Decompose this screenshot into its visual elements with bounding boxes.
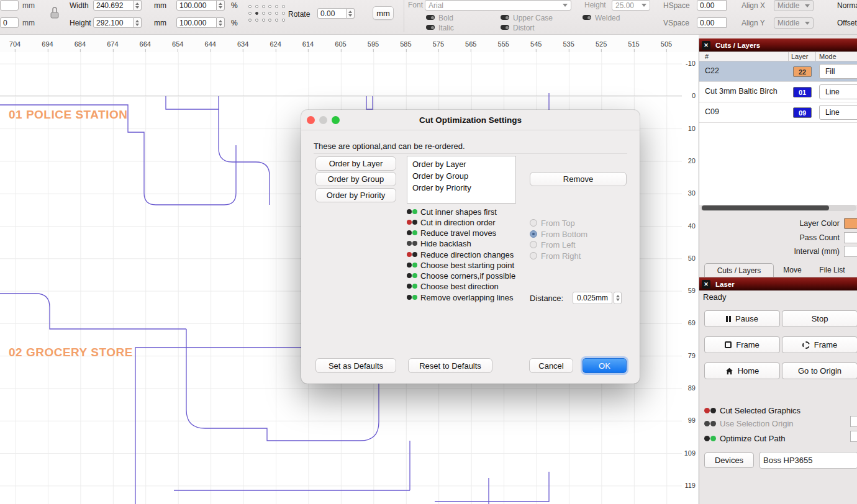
height-field[interactable]: 292.100	[93, 17, 142, 28]
option-toggle[interactable]	[407, 263, 417, 268]
option-toggle[interactable]	[407, 230, 417, 235]
tab-move[interactable]: Move	[776, 263, 809, 277]
ok-button[interactable]: OK	[583, 358, 627, 373]
stop-button[interactable]: Stop	[782, 310, 857, 327]
layer-color-swatch[interactable]: 09	[793, 107, 812, 118]
drawing-path[interactable]	[219, 109, 270, 205]
frame-button[interactable]: Frame	[704, 336, 780, 353]
option-choose-best-starting-point[interactable]: Choose best starting point	[407, 260, 514, 270]
align-y-combo[interactable]: Middle	[774, 17, 814, 29]
anchor-point-selector-2[interactable]	[268, 5, 285, 22]
radio-icon[interactable]	[530, 230, 537, 238]
devices-button[interactable]: Devices	[704, 452, 754, 468]
distance-stepper[interactable]	[614, 292, 622, 304]
ordering-list[interactable]: Order by Layer Order by Group Order by P…	[407, 156, 516, 204]
rotate-field[interactable]: 0.00	[317, 8, 355, 19]
font-height-combo[interactable]: 25.00	[612, 0, 650, 11]
option-reduce-travel-moves[interactable]: Reduce travel moves	[407, 228, 496, 238]
lock-aspect-icon[interactable]	[50, 5, 60, 23]
layer-color-chip[interactable]	[844, 218, 857, 229]
layer-color-swatch[interactable]: 22	[793, 66, 812, 77]
width-stepper[interactable]	[134, 0, 142, 11]
radio-icon[interactable]	[530, 219, 537, 227]
y-position-field[interactable]: 0	[0, 17, 19, 28]
scrollbar-thumb[interactable]	[702, 205, 829, 210]
width-percent-field[interactable]: 100.000	[176, 0, 225, 11]
radio-icon[interactable]	[530, 252, 537, 259]
option-remove-overlapping-lines[interactable]: Remove overlapping lines	[407, 292, 514, 302]
align-x-combo[interactable]: Middle	[774, 0, 814, 11]
tab-cuts-layers[interactable]: Cuts / Layers	[704, 263, 774, 277]
option-choose-corners[interactable]: Choose corners,if possible	[407, 271, 515, 281]
tab-file-list[interactable]: File List	[811, 263, 853, 277]
optimize-field[interactable]	[850, 431, 857, 442]
cancel-button[interactable]: Cancel	[529, 358, 573, 373]
radio-from-left[interactable]: From Left	[530, 240, 576, 250]
drawing-path[interactable]	[366, 96, 373, 109]
italic-toggle[interactable]	[426, 25, 435, 30]
option-toggle[interactable]	[407, 295, 417, 300]
reset-to-defaults-button[interactable]: Reset to Defaults	[408, 358, 492, 373]
close-icon[interactable]: ✕	[702, 41, 710, 50]
option-toggle[interactable]	[407, 209, 417, 214]
font-combo[interactable]: Arial	[425, 0, 571, 11]
option-cut-inner-shapes-first[interactable]: Cut inner shapes first	[407, 207, 497, 217]
height-percent-stepper[interactable]	[217, 17, 225, 28]
welded-toggle[interactable]	[583, 15, 591, 20]
width-percent-stepper[interactable]	[217, 0, 225, 11]
option-cut-in-direction-order[interactable]: Cut in direction order	[407, 217, 496, 227]
x-position-field[interactable]	[0, 0, 19, 11]
pause-button[interactable]: Pause	[704, 310, 780, 327]
device-combo[interactable]: Boss HP3655	[760, 452, 857, 469]
pass-count-field[interactable]	[844, 232, 857, 243]
option-reduce-direction-changes[interactable]: Reduce direction changes	[407, 250, 514, 259]
list-item[interactable]: Order by Layer	[407, 158, 515, 170]
width-field[interactable]: 240.692	[93, 0, 142, 11]
option-toggle[interactable]	[407, 252, 417, 257]
layer-mode-button[interactable]: Line	[819, 105, 857, 120]
canvas-text-police-station[interactable]: 01 POLICE STATION	[9, 108, 128, 122]
vspace-field[interactable]: 0.00	[697, 17, 727, 28]
list-item[interactable]: Order by Priority	[407, 182, 515, 194]
optimize-cut-path-row[interactable]: Optimize Cut Path	[704, 433, 786, 443]
cut-selected-graphics-toggle[interactable]	[704, 408, 716, 413]
radio-from-top[interactable]: From Top	[530, 218, 575, 228]
option-toggle[interactable]	[407, 241, 417, 246]
anchor-point-selector[interactable]	[248, 5, 265, 22]
distance-field[interactable]: 0.025mm	[573, 292, 612, 304]
height-percent-field[interactable]: 100.000	[176, 17, 225, 28]
option-hide-backlash[interactable]: Hide backlash	[407, 238, 471, 248]
layer-row-c22[interactable]: C22 22 Fill	[699, 61, 857, 82]
use-selection-origin-row[interactable]: Use Selection Origin	[704, 418, 794, 428]
height-stepper[interactable]	[134, 17, 142, 28]
layers-scrollbar[interactable]	[701, 205, 856, 211]
layer-mode-button[interactable]: Line	[819, 84, 857, 99]
rotate-stepper[interactable]	[347, 8, 355, 19]
hspace-field[interactable]: 0.00	[697, 0, 727, 11]
optimize-cut-path-toggle[interactable]	[704, 436, 716, 441]
layer-row-baltic-birch[interactable]: Cut 3mm Baltic Birch 01 Line	[699, 82, 857, 102]
option-choose-best-direction[interactable]: Choose best direction	[407, 281, 499, 291]
bold-toggle[interactable]	[426, 15, 435, 20]
close-icon[interactable]: ✕	[702, 280, 710, 289]
drawing-path[interactable]	[135, 329, 186, 504]
interval-field[interactable]	[844, 246, 857, 257]
upper-case-toggle[interactable]	[501, 15, 509, 20]
dialog-titlebar[interactable]: Cut Optimization Settings	[301, 110, 640, 130]
frame-rubber-band-button[interactable]: Frame	[782, 336, 857, 353]
drawing-path[interactable]	[166, 96, 219, 109]
layer-row-c09[interactable]: C09 09 Line	[699, 102, 857, 123]
go-to-origin-button[interactable]: Go to Origin	[782, 362, 857, 379]
layer-color-swatch[interactable]: 01	[793, 87, 812, 97]
radio-from-bottom[interactable]: From Bottom	[530, 229, 587, 239]
order-by-priority-button[interactable]: Order by Priority	[315, 188, 396, 202]
radio-icon[interactable]	[530, 241, 537, 248]
distort-toggle[interactable]	[501, 25, 509, 30]
option-toggle[interactable]	[407, 220, 417, 225]
use-selection-origin-toggle[interactable]	[704, 421, 716, 426]
set-as-defaults-button[interactable]: Set as Defaults	[315, 358, 396, 373]
selection-origin-field[interactable]	[850, 416, 857, 427]
order-by-group-button[interactable]: Order by Group	[315, 172, 396, 186]
drawing-path[interactable]	[0, 294, 186, 329]
radio-from-right[interactable]: From Right	[530, 251, 581, 261]
